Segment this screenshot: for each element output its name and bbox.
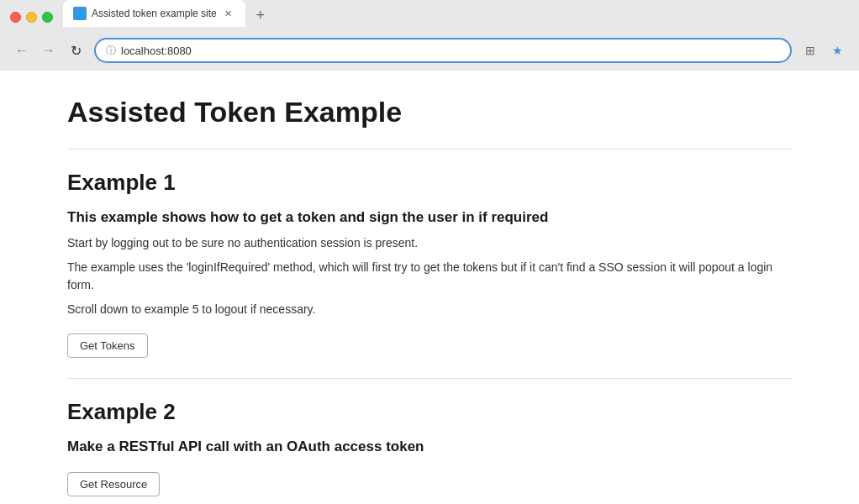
new-tab-button[interactable]: + xyxy=(249,3,272,27)
example-1-title: Example 1 xyxy=(67,170,792,196)
url-text: localhost:8080 xyxy=(121,45,780,57)
browser-chrome: 🌐 Assisted token example site ✕ + ← → ↻ … xyxy=(0,0,859,71)
example-1-section: Example 1 This example shows how to get … xyxy=(67,170,792,358)
address-bar: ← → ↻ ⓘ localhost:8080 ⊞ ★ xyxy=(0,34,859,71)
traffic-lights xyxy=(10,12,53,23)
example-1-text-3: Scroll down to example 5 to logout if ne… xyxy=(67,301,792,318)
maximize-button[interactable] xyxy=(42,12,53,23)
forward-button[interactable]: → xyxy=(37,39,61,62)
bookmark-button[interactable]: ★ xyxy=(825,39,849,62)
tab-close-button[interactable]: ✕ xyxy=(222,7,235,20)
browser-tab[interactable]: 🌐 Assisted token example site ✕ xyxy=(63,0,245,27)
close-button[interactable] xyxy=(10,12,21,23)
back-button[interactable]: ← xyxy=(10,39,34,62)
page-content: Assisted Token Example Example 1 This ex… xyxy=(0,71,859,504)
example-1-text-2: The example uses the 'loginIfRequired' m… xyxy=(67,259,792,294)
example-2-subtitle: Make a RESTful API call with an OAuth ac… xyxy=(67,438,792,455)
url-bar[interactable]: ⓘ localhost:8080 xyxy=(94,38,792,63)
divider-1 xyxy=(67,149,792,150)
example-2-title: Example 2 xyxy=(67,399,792,425)
divider-2 xyxy=(67,378,792,379)
get-tokens-button[interactable]: Get Tokens xyxy=(67,333,148,358)
tab-favicon: 🌐 xyxy=(73,7,87,20)
browser-actions: ⊞ ★ xyxy=(798,39,849,62)
grid-view-button[interactable]: ⊞ xyxy=(798,39,822,62)
get-resource-button[interactable]: Get Resource xyxy=(67,472,160,496)
title-bar: 🌐 Assisted token example site ✕ + xyxy=(0,0,859,34)
example-2-section: Example 2 Make a RESTful API call with a… xyxy=(67,399,792,496)
example-1-subtitle: This example shows how to get a token an… xyxy=(67,209,792,226)
page-title: Assisted Token Example xyxy=(67,96,792,129)
tab-title: Assisted token example site xyxy=(92,8,217,19)
url-security-icon: ⓘ xyxy=(106,44,116,58)
tabs-bar: 🌐 Assisted token example site ✕ + xyxy=(63,7,849,27)
refresh-button[interactable]: ↻ xyxy=(64,39,87,62)
minimize-button[interactable] xyxy=(26,12,37,23)
nav-buttons: ← → ↻ xyxy=(10,39,87,62)
example-1-text-1: Start by logging out to be sure no authe… xyxy=(67,234,792,252)
